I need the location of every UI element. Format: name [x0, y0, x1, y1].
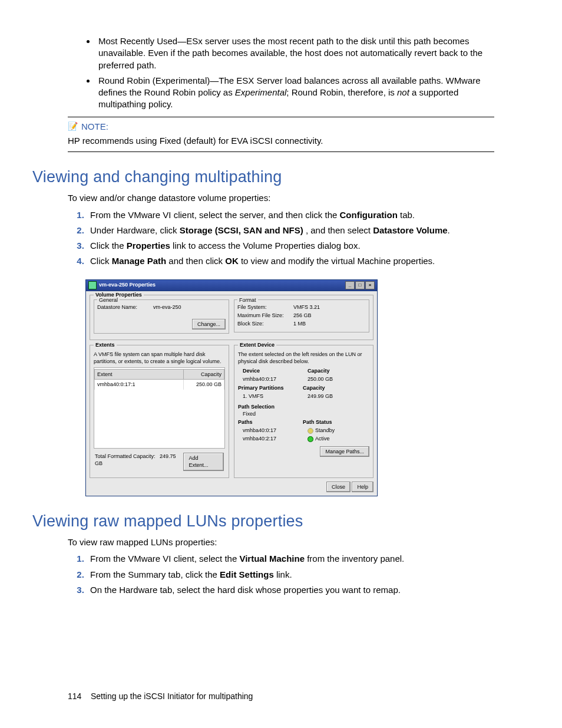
step-2: Under Hardware, click Storage (SCSI, SAN… [87, 225, 494, 236]
extents-group: Extents A VMFS file system can span mult… [90, 345, 229, 478]
note-text: HP recommends using Fixed (default) for … [68, 135, 494, 147]
extent-device-desc: The extent selected on the left resides … [238, 351, 369, 365]
maximize-button[interactable]: □ [355, 281, 365, 289]
extents-desc: A VMFS file system can span multiple har… [94, 351, 225, 365]
partition-row: 1. VMFS [243, 393, 308, 400]
rule-top [68, 117, 494, 117]
close-window-button[interactable]: × [365, 281, 375, 289]
device-name: vmhba40:0:17 [243, 375, 308, 383]
bullet-mru: Most Recently Used—ESx server uses the m… [96, 35, 494, 71]
lun-step-2: From the Summary tab, click the Edit Set… [87, 569, 494, 581]
extents-table[interactable]: ExtentCapacity vmhba40:0:17:1250.00 GB [94, 367, 225, 449]
active-icon [306, 435, 315, 443]
page-footer: 114 Setting up the iSCSI Initiator for m… [68, 691, 494, 702]
paths-header: Paths [238, 419, 303, 426]
close-button[interactable]: Close [326, 482, 351, 492]
datastore-name-label: Datastore Name: [97, 304, 153, 311]
add-extent-button[interactable]: Add Extent... [183, 453, 224, 470]
lun-step-3: On the Hardware tab, select the hard dis… [87, 584, 494, 596]
minimize-button[interactable]: _ [345, 281, 355, 289]
rule-bottom [68, 151, 494, 152]
page-number: 114 [68, 691, 81, 701]
maxfilesize-value: 256 GB [293, 312, 366, 319]
device-header: Device [243, 367, 308, 374]
section2-steps: From the VMware VI client, select the Vi… [68, 553, 494, 596]
col-capacity: Capacity [184, 370, 224, 380]
footer-text: Setting up the iSCSI Initiator for multi… [91, 691, 253, 701]
properties-dialog: vm-eva-250 Properties _□× Volume Propert… [85, 279, 378, 496]
total-capacity-label: Total Formatted Capacity: [95, 453, 156, 459]
extent-device-label: Extent Device [238, 341, 276, 348]
path-2: vmhba40:2:17 [243, 435, 308, 442]
extent-row[interactable]: vmhba40:0:17:1250.00 GB [95, 380, 224, 390]
primary-partitions-header: Primary Partitions [238, 384, 303, 391]
heading-viewing-multipathing: Viewing and changing multipathing [32, 166, 494, 187]
path-selection-header: Path Selection [238, 403, 369, 410]
window-buttons: _□× [345, 281, 375, 289]
document-page: Most Recently Used—ESx server uses the m… [0, 0, 562, 728]
path-1: vmhba40:0:17 [243, 427, 308, 434]
step-3: Click the Properties link to access the … [87, 240, 494, 252]
capacity-header: Capacity [308, 367, 330, 374]
col-extent: Extent [95, 370, 184, 380]
step-4: Click Manage Path and then click OK to v… [87, 255, 494, 267]
dialog-titlebar: vm-eva-250 Properties _□× [86, 280, 377, 291]
change-button[interactable]: Change... [192, 319, 226, 330]
path-selection-value: Fixed [243, 410, 369, 417]
format-label: Format [237, 297, 258, 304]
extents-label: Extents [94, 341, 117, 348]
step-1: From the VMware VI client, select the se… [87, 209, 494, 221]
general-subgroup: General Datastore Name:vm-eva-250 Change… [94, 299, 229, 334]
note-header: 📝 NOTE: [68, 121, 494, 133]
intro-bullets: Most Recently Used—ESx server uses the m… [68, 35, 494, 111]
format-subgroup: Format File System:VMFS 3.21 Maximum Fil… [234, 299, 369, 332]
general-label: General [97, 297, 120, 304]
blocksize-value: 1 MB [293, 320, 366, 327]
path-status-header: Path Status [303, 419, 332, 426]
help-button[interactable]: Help [352, 482, 373, 492]
note-label: NOTE: [81, 121, 108, 133]
filesystem-label: File System: [237, 304, 293, 311]
filesystem-value: VMFS 3.21 [293, 304, 366, 311]
dialog-title-text: vm-eva-250 Properties [99, 282, 156, 288]
blocksize-label: Block Size: [237, 320, 293, 327]
bullet-rr: Round Robin (Experimental)—The ESX Serve… [96, 75, 494, 111]
properties-dialog-figure: vm-eva-250 Properties _□× Volume Propert… [85, 279, 494, 496]
dialog-app-icon [88, 281, 97, 289]
extent-device-group: Extent Device The extent selected on the… [234, 345, 373, 478]
lun-step-1: From the VMware VI client, select the Vi… [87, 553, 494, 565]
standby-icon [308, 428, 313, 434]
section1-steps: From the VMware VI client, select the se… [68, 209, 494, 268]
maxfilesize-label: Maximum File Size: [237, 312, 293, 319]
note-icon: 📝 [68, 121, 78, 132]
section1-intro: To view and/or change datastore volume p… [68, 192, 494, 204]
section2-intro: To view raw mapped LUNs properties: [68, 536, 494, 548]
datastore-name-value: vm-eva-250 [153, 304, 226, 311]
dialog-body: Volume Properties General Datastore Name… [86, 291, 377, 496]
volume-properties-group: Volume Properties General Datastore Name… [90, 295, 373, 340]
manage-paths-button[interactable]: Manage Paths... [320, 446, 369, 457]
heading-raw-luns: Viewing raw mapped LUNs properties [32, 510, 494, 532]
device-capacity: 250.00 GB [308, 375, 333, 383]
